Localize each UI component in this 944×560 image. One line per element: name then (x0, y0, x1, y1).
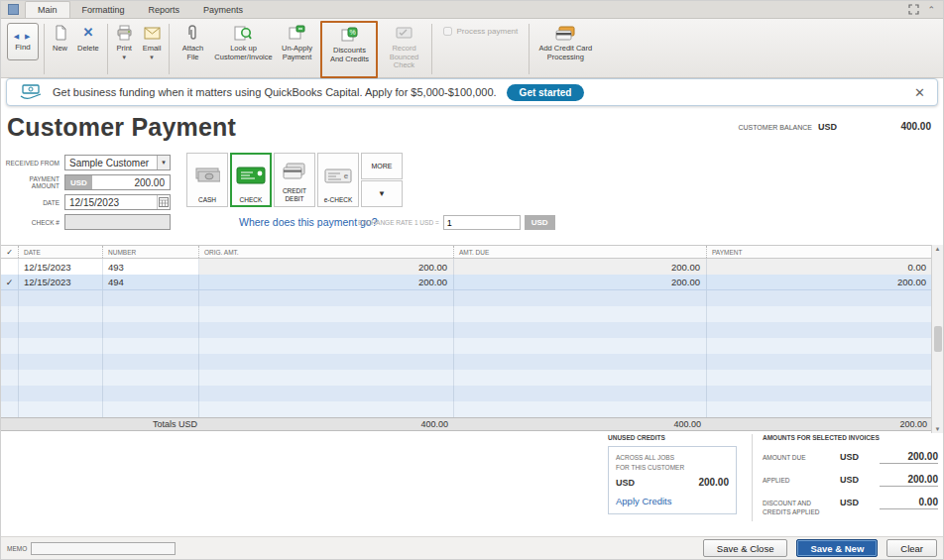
svg-text:e: e (344, 171, 349, 180)
empty-row[interactable] (1, 401, 933, 417)
row-check-cell[interactable]: ✓ (1, 275, 19, 290)
received-from-select[interactable]: Sample Customer ▾ (64, 155, 171, 170)
empty-row[interactable] (1, 322, 933, 338)
empty-row[interactable] (1, 386, 933, 401)
toolbar-separator (529, 24, 530, 74)
received-from-label: RECEIVED FROM (3, 160, 64, 167)
header-check-icon[interactable]: ✓ (1, 246, 19, 258)
empty-row[interactable] (1, 338, 933, 354)
row-orig-cell[interactable]: 200.00 (199, 275, 454, 290)
row-check-cell[interactable] (1, 259, 19, 275)
email-dropdown-icon[interactable]: ▼ (149, 55, 155, 61)
delete-label: Delete (77, 45, 99, 54)
tab-main[interactable]: Main (25, 1, 70, 18)
history-arrows-icon[interactable]: ◀ ▶ (14, 33, 33, 41)
save-close-button[interactable]: Save & Close (703, 539, 788, 557)
col-orig-amt[interactable]: ORIG. AMT. (199, 246, 454, 258)
process-payment-option: Process payment (435, 21, 526, 36)
lookup-magnifier-icon (234, 23, 252, 43)
row-due-cell[interactable]: 200.00 (454, 259, 707, 275)
empty-row[interactable] (1, 306, 933, 322)
empty-row[interactable] (1, 354, 933, 370)
new-button[interactable]: New (48, 21, 72, 56)
col-number[interactable]: NUMBER (103, 246, 199, 258)
window-icon (8, 4, 19, 15)
amount-due-label: AMOUNT DUE (763, 453, 840, 462)
table-scrollbar[interactable]: ▲ ▼ (931, 245, 943, 433)
record-bounced-check-button[interactable]: Record Bounced Check (379, 21, 428, 72)
toolbar-separator (431, 24, 432, 74)
clear-button[interactable]: Clear (886, 539, 937, 557)
scroll-up-icon[interactable]: ▲ (935, 246, 941, 252)
amount-due-value: 200.00 (880, 451, 938, 464)
tab-payments[interactable]: Payments (191, 2, 255, 18)
applied-label: APPLIED (763, 476, 840, 485)
discount-credits-applied-label: DISCOUNT AND CREDITS APPLIED (763, 499, 840, 516)
payment-amount-field[interactable]: USD 200.00 (64, 174, 171, 190)
lookup-customer-invoice-button[interactable]: Look up Customer/Invoice (212, 21, 274, 63)
row-payment-cell[interactable]: 200.00 (707, 275, 933, 290)
empty-row[interactable] (1, 290, 933, 306)
chevron-down-icon[interactable]: ▾ (157, 156, 170, 169)
banner-close-icon[interactable]: ✕ (914, 85, 925, 100)
more-dropdown-icon[interactable]: ▼ (361, 180, 403, 207)
email-label: Email (143, 45, 162, 54)
find-label: Find (15, 43, 31, 52)
payment-amount-value: 200.00 (92, 177, 170, 188)
method-echeck-button[interactable]: e e-CHECK (317, 153, 359, 207)
method-cash-button[interactable]: CASH (186, 153, 228, 207)
method-credit-debit-button[interactable]: CREDIT DEBIT (274, 153, 315, 207)
banner-text: Get business funding when it matters usi… (53, 86, 497, 98)
save-new-button[interactable]: Save & New (796, 539, 878, 557)
row-due-cell[interactable]: 200.00 (454, 275, 707, 290)
selected-invoices-panel: AMOUNTS FOR SELECTED INVOICES AMOUNT DUE… (752, 434, 938, 521)
row-orig-cell[interactable]: 200.00 (199, 259, 454, 275)
scroll-down-icon[interactable]: ▼ (935, 426, 941, 432)
row-payment-cell[interactable]: 0.00 (707, 259, 933, 275)
col-amt-due[interactable]: AMT. DUE (454, 246, 707, 258)
discount-credits-applied-value: 0.00 (880, 497, 938, 509)
calendar-icon[interactable] (157, 195, 170, 209)
record-bounced-label: Record Bounced Check (384, 45, 423, 70)
collapse-icon[interactable]: ⌃ (927, 5, 935, 15)
unused-credits-panel: UNUSED CREDITS ACROSS ALL JOBS FOR THIS … (608, 434, 737, 514)
check-number-field[interactable] (64, 214, 171, 230)
tab-formatting[interactable]: Formatting (70, 2, 137, 18)
delete-button[interactable]: ✕ Delete (72, 21, 104, 56)
find-button[interactable]: ◀ ▶ Find (7, 23, 39, 60)
table-row-selected[interactable]: ✓ 12/15/2023 494 200.00 200.00 200.00 (1, 275, 933, 290)
row-number-cell[interactable]: 493 (103, 259, 199, 275)
where-payment-go-link[interactable]: Where does this payment go? (239, 216, 378, 228)
attach-file-button[interactable]: Attach File (173, 21, 212, 63)
unapply-payment-button[interactable]: Un-Apply Payment (274, 21, 319, 63)
print-dropdown-icon[interactable]: ▼ (121, 55, 127, 61)
row-date-cell[interactable]: 12/15/2023 (19, 259, 103, 275)
row-date-cell[interactable]: 12/15/2023 (19, 275, 103, 290)
memo-input[interactable] (31, 542, 176, 555)
date-field[interactable]: 12/15/2023 (64, 194, 171, 210)
print-button[interactable]: Print ▼ (111, 21, 138, 63)
process-payment-checkbox[interactable] (443, 27, 452, 36)
exchange-rate-input[interactable] (443, 215, 521, 230)
method-check-button[interactable]: CHECK (230, 153, 272, 207)
row-number-cell[interactable]: 494 (103, 275, 199, 290)
scrollbar-thumb[interactable] (934, 326, 942, 352)
new-document-icon (54, 23, 67, 43)
discounts-credits-button[interactable]: % Discounts And Credits (326, 25, 372, 63)
check-number-input[interactable] (65, 217, 170, 228)
method-more-button[interactable]: MORE (361, 153, 403, 179)
empty-row[interactable] (1, 370, 933, 386)
credit-debit-icon (275, 154, 314, 187)
apply-credits-link[interactable]: Apply Credits (616, 496, 729, 506)
applied-value: 200.00 (880, 474, 938, 487)
email-button[interactable]: Email ▼ (138, 21, 167, 63)
get-started-button[interactable]: Get started (507, 84, 585, 101)
new-label: New (53, 45, 67, 54)
tab-reports[interactable]: Reports (137, 2, 192, 18)
col-date[interactable]: DATE (19, 246, 103, 258)
col-payment[interactable]: PAYMENT (707, 246, 933, 258)
add-credit-card-processing-button[interactable]: Add Credit Card Processing (532, 21, 598, 63)
method-more-group: MORE ▼ (361, 153, 403, 207)
expand-icon[interactable] (908, 4, 919, 15)
table-row[interactable]: 12/15/2023 493 200.00 200.00 0.00 (1, 259, 933, 275)
